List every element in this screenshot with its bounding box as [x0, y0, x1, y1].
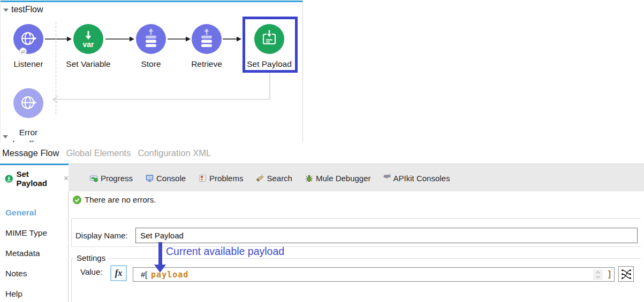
sidebar-item-mime-type[interactable]: MIME Type [5, 228, 47, 238]
http-listener-icon: ⇄ [13, 24, 44, 55]
flow-node-error-handling[interactable] [0, 88, 58, 119]
debugger-bug-icon [305, 174, 313, 182]
flow-node-retrieve[interactable]: Retrieve [177, 24, 236, 69]
set-payload-icon [254, 24, 285, 55]
tab-label: APIkit Consoles [393, 174, 450, 183]
tab-mule-debugger[interactable]: Mule Debugger [305, 174, 371, 183]
flow-node-set-payload[interactable]: Set Payload [240, 24, 299, 69]
spinner-chevrons-icon [595, 270, 601, 279]
set-payload-tab-icon [5, 174, 13, 183]
datasense-mapping-button[interactable] [618, 266, 634, 282]
validation-status: There are no errors. [73, 195, 156, 204]
tab-configuration-xml[interactable]: Configuration XML [138, 148, 211, 158]
tab-label: Console [156, 174, 186, 183]
flow-node-listener[interactable]: ⇄ Listener [0, 24, 58, 69]
set-variable-icon: var [73, 24, 104, 55]
tab-progress[interactable]: Progress [90, 174, 133, 183]
tab-console[interactable]: Console [146, 174, 186, 183]
display-name-input[interactable] [135, 228, 638, 243]
node-label: Set Payload [240, 59, 299, 69]
tab-message-flow[interactable]: Message Flow [2, 148, 59, 158]
objectstore-retrieve-icon [191, 24, 222, 55]
flow-editor-tabs: Message Flow Global Elements Configurati… [0, 142, 644, 164]
mapping-dots-icon [620, 268, 633, 281]
apikit-icon: api [384, 173, 391, 179]
bottom-panel-tabbar: Set Payload × Progress Console [0, 164, 644, 191]
svg-text:⇄: ⇄ [21, 49, 25, 55]
node-label: Store [122, 59, 180, 69]
tab-problems[interactable]: Problems [199, 174, 243, 183]
flow-node-set-variable[interactable]: var Set Variable [59, 24, 118, 69]
node-label: Listener [0, 59, 58, 69]
error-handling-label: Error handling [0, 127, 58, 142]
problems-icon [199, 174, 207, 182]
expression-prefix: #[ [141, 270, 147, 279]
annotation-text: Current available payload [166, 245, 284, 258]
sidebar-item-notes[interactable]: Notes [5, 269, 27, 278]
value-label: Value: [80, 267, 102, 276]
sidebar-item-general[interactable]: General [5, 208, 36, 218]
no-errors-check-icon [73, 196, 81, 204]
tab-label: Mule Debugger [316, 174, 371, 183]
error-scope-collapse-icon[interactable] [3, 135, 8, 138]
tab-global-elements[interactable]: Global Elements [66, 148, 131, 158]
sidebar-item-metadata[interactable]: Metadata [5, 249, 40, 258]
display-name-label: Display Name: [75, 231, 128, 240]
tab-label: Progress [101, 174, 133, 183]
tab-label: Problems [209, 174, 243, 183]
panel-tabs: Progress Console Problems [69, 164, 450, 192]
fx-expression-toggle-button[interactable]: fx [110, 265, 127, 281]
flow-node-store[interactable]: Store [122, 24, 180, 69]
objectstore-store-icon [135, 24, 166, 55]
node-label: Retrieve [177, 59, 236, 69]
flow-canvas: testFlow [0, 0, 303, 142]
properties-panel: General MIME Type Metadata Notes Help Th… [0, 191, 644, 302]
expression-spinner[interactable] [593, 269, 603, 280]
properties-sidebar: General MIME Type Metadata Notes Help [0, 191, 69, 302]
app-window: testFlow [0, 0, 644, 302]
annotation-arrow-head-icon [154, 265, 166, 273]
expression-suffix: ] [608, 269, 611, 279]
status-text: There are no errors. [85, 195, 156, 204]
error-handling-listener-icon [13, 88, 44, 119]
tab-set-payload-properties[interactable]: Set Payload × [0, 164, 69, 192]
sidebar-item-help[interactable]: Help [5, 289, 22, 299]
console-icon [146, 174, 154, 182]
tab-apikit-consoles[interactable]: api APIkit Consoles [384, 174, 450, 183]
annotation-arrow [158, 242, 162, 266]
settings-group-label: Settings [74, 253, 108, 262]
search-icon [256, 174, 264, 182]
tab-label: Set Payload [16, 169, 57, 188]
progress-icon [90, 174, 98, 182]
value-expression-field[interactable]: #[ payload ] [133, 267, 615, 282]
svg-text:var: var [82, 40, 94, 49]
close-tab-icon[interactable]: × [64, 174, 69, 183]
tab-label: Search [267, 174, 292, 183]
node-label: Set Variable [59, 59, 118, 69]
tab-search[interactable]: Search [256, 174, 292, 183]
